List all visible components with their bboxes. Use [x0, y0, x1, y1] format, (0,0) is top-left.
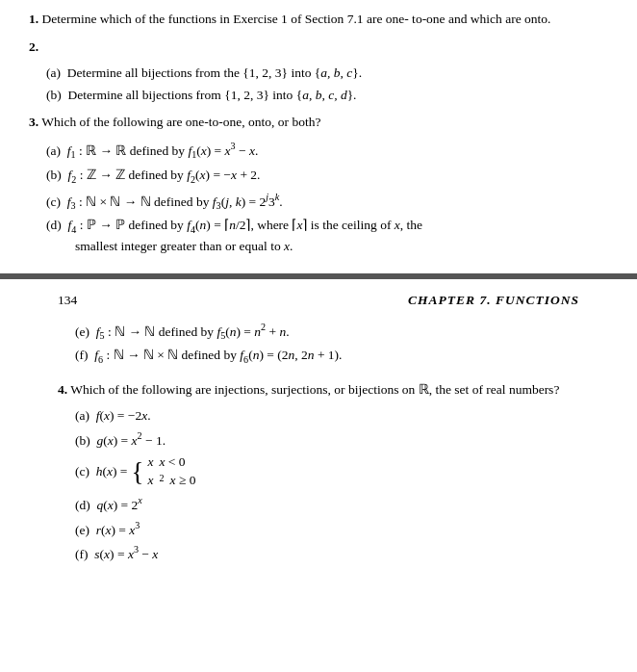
problem-3-number: 3. [29, 115, 38, 129]
problem-4f: (f) s(x) = x3 − x [75, 542, 579, 564]
piecewise-row-2: x2 x ≥ 0 [147, 472, 195, 490]
page-bottom: 134 CHAPTER 7. FUNCTIONS (e) f5 : ℕ → ℕ … [0, 279, 637, 580]
problem-3d: (d) f4 : ℙ → ℙ defined by f4(n) = ⌈n/2⌉,… [46, 216, 608, 256]
problem-2b: (b) Determine all bijections from {1, 2,… [46, 86, 608, 105]
problem-3a: (a) f1 : ℝ → ℝ defined by f1(x) = x3 − x… [46, 139, 608, 162]
problem-2: 2. (a) Determine all bijections from the… [29, 38, 608, 105]
problem-2-number: 2. [29, 38, 608, 58]
problem-3c: (c) f3 : ℕ × ℕ → ℕ defined by f3(j, k) =… [46, 190, 608, 213]
problem-4d: (d) q(x) = 2x [75, 493, 579, 515]
problem-3: 3. Which of the following are one-to-one… [29, 113, 608, 256]
problem-4b: (b) g(x) = x2 − 1. [75, 428, 579, 451]
problem-4c: (c) h(x) = { x x < 0 x2 x ≥ 0 [75, 453, 579, 490]
problem-3-text: 3. Which of the following are one-to-one… [29, 113, 608, 133]
problem-3d-cont: smallest integer greater than or equal t… [75, 237, 608, 256]
problem-1-number: 1. [29, 12, 38, 26]
problem-1-text: 1. Determine which of the functions in E… [29, 10, 608, 30]
problem-4: 4. Which of the following are injections… [58, 380, 579, 564]
problem-4e: (e) r(x) = x3 [75, 518, 579, 540]
problem-3e: (e) f5 : ℕ → ℕ defined by f5(n) = n2 + n… [75, 320, 579, 343]
problem-4-text: 4. Which of the following are injections… [58, 380, 579, 401]
piecewise-row-1: x x < 0 [147, 453, 195, 472]
chapter-title: CHAPTER 7. FUNCTIONS [408, 293, 579, 308]
problem-3f: (f) f6 : ℕ → ℕ × ℕ defined by f6(n) = (2… [75, 346, 579, 367]
problem-4a: (a) f(x) = −2x. [75, 406, 579, 426]
problem-2a: (a) Determine all bijections from the {1… [46, 64, 608, 83]
page-header: 134 CHAPTER 7. FUNCTIONS [58, 293, 579, 308]
page-top: 1. Determine which of the functions in E… [0, 0, 637, 273]
problem-1: 1. Determine which of the functions in E… [29, 10, 608, 30]
problem-3b: (b) f2 : ℤ → ℤ defined by f2(x) = −x + 2… [46, 166, 608, 187]
piecewise-cases: x x < 0 x2 x ≥ 0 [147, 453, 195, 490]
piecewise-brace: { [131, 459, 143, 485]
page-number: 134 [58, 293, 77, 308]
problem-4-number: 4. [58, 382, 67, 397]
